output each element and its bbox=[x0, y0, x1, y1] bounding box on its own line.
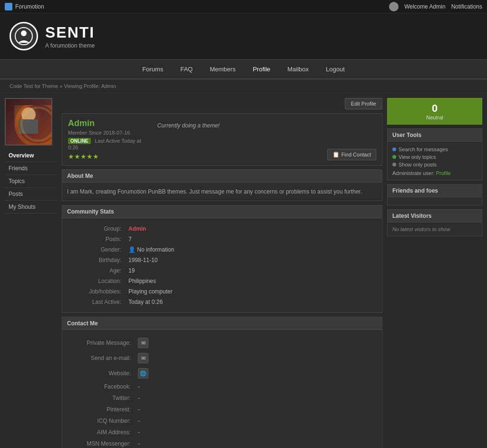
contact-label: Twitter: bbox=[68, 393, 135, 403]
tool-show-posts[interactable]: Show only posts bbox=[392, 161, 477, 168]
breadcrumb-root[interactable]: Code Test for Theme bbox=[10, 83, 58, 89]
community-stats-panel: Community Stats Group: Admin Posts: 7 Ge… bbox=[62, 205, 382, 313]
about-me-header: About Me bbox=[62, 170, 382, 183]
friends-foes-header: Friends and foes bbox=[388, 185, 482, 197]
welcome-text[interactable]: Welcome Admin bbox=[404, 3, 445, 10]
contact-table: Private Message: ✉ Send an e-mail: ✉ Web… bbox=[67, 335, 377, 448]
sidebar-item-myshouts[interactable]: My Shouts bbox=[5, 201, 57, 214]
status-text: Currently doing a theme! bbox=[154, 118, 322, 160]
latest-visitors-header: Latest Visitors bbox=[388, 210, 482, 223]
stat-value: 19 bbox=[126, 266, 376, 275]
logo-icon bbox=[10, 22, 38, 50]
right-sidebar: 0 Neutral User Tools Search for messages… bbox=[387, 98, 482, 448]
nav-members[interactable]: Members bbox=[201, 60, 244, 78]
profile-avatar bbox=[5, 98, 52, 146]
contact-label: Facebook: bbox=[68, 381, 135, 392]
user-area: Welcome Admin Notifications bbox=[389, 2, 482, 11]
edit-profile-button[interactable]: Edit Profile bbox=[345, 98, 382, 109]
logo-text: SENTI A forumotion theme bbox=[45, 24, 95, 49]
brand-area: Forumotion bbox=[5, 3, 44, 10]
contact-label: AIM Address: bbox=[68, 427, 135, 438]
website-icon[interactable]: 🌐 bbox=[138, 368, 148, 379]
stat-value: 1998-11-10 bbox=[126, 255, 376, 265]
member-since: Member Since 2018-07-16 bbox=[68, 130, 149, 136]
contact-value: - bbox=[136, 393, 376, 403]
admin-link-row: Administrate user: Profile bbox=[392, 170, 477, 176]
about-me-panel: About Me I am Mark, creating Forumotion … bbox=[62, 169, 382, 201]
stat-label: Job/hobbies: bbox=[68, 287, 125, 296]
friends-foes-panel: Friends and foes bbox=[387, 184, 482, 205]
star-rating: ★★★★★ bbox=[68, 153, 149, 160]
logo-area: SENTI A forumotion theme bbox=[0, 13, 487, 60]
find-contact-icon: 📋 bbox=[332, 151, 340, 158]
nav-forums[interactable]: Forums bbox=[134, 60, 172, 78]
about-me-body: I am Mark, creating Forumotion PunBB the… bbox=[62, 183, 382, 201]
svg-point-1 bbox=[21, 30, 27, 36]
gender-icon: 👤 bbox=[128, 246, 137, 253]
nav-faq[interactable]: FAQ bbox=[172, 60, 201, 78]
nav-mailbox[interactable]: Mailbox bbox=[279, 60, 317, 78]
contact-label: Send an e-mail: bbox=[68, 351, 135, 365]
notifications-link[interactable]: Notifications bbox=[451, 3, 482, 10]
table-row: Last Active: Today at 0:26 bbox=[68, 297, 376, 307]
dot-blue-icon bbox=[392, 147, 396, 151]
latest-visitors-panel: Latest Visitors No latest visitors to sh… bbox=[387, 209, 482, 236]
sidebar-item-posts[interactable]: Posts bbox=[5, 188, 57, 201]
contact-label: ICQ Number: bbox=[68, 416, 135, 426]
tool-view-topics[interactable]: View only topics bbox=[392, 153, 477, 161]
email-icon[interactable]: ✉ bbox=[138, 353, 148, 363]
breadcrumb: Code Test for Theme » Viewing Profile: A… bbox=[0, 79, 487, 93]
admin-profile-link[interactable]: Profile bbox=[436, 170, 451, 176]
admin-avatar bbox=[389, 2, 399, 11]
sidebar-item-friends[interactable]: Friends bbox=[5, 162, 57, 175]
contact-label: Private Message: bbox=[68, 336, 135, 350]
tool-label: Search for messages bbox=[399, 146, 448, 152]
profile-info: Admin Member Since 2018-07-16 ONLINE Las… bbox=[68, 118, 149, 160]
stat-value: 7 bbox=[126, 234, 376, 244]
table-row: Facebook: - bbox=[68, 381, 376, 392]
find-contact-button[interactable]: 📋 Find Contact bbox=[327, 149, 376, 160]
friends-foes-body bbox=[388, 197, 482, 205]
rep-label: Neutral bbox=[391, 115, 478, 120]
contact-label: Pinterest: bbox=[68, 404, 135, 415]
edit-profile-row: Edit Profile bbox=[62, 98, 382, 113]
about-me-text: I am Mark, creating Forumotion PunBB the… bbox=[67, 187, 377, 196]
table-row: Send an e-mail: ✉ bbox=[68, 351, 376, 365]
table-row: MSN Messenger: - bbox=[68, 438, 376, 448]
contact-label: MSN Messenger: bbox=[68, 438, 135, 448]
tool-search-messages[interactable]: Search for messages bbox=[392, 146, 477, 153]
contact-value: - bbox=[136, 404, 376, 415]
profile-header: Admin Member Since 2018-07-16 ONLINE Las… bbox=[62, 113, 382, 166]
sidebar-item-overview[interactable]: Overview bbox=[5, 149, 57, 162]
contact-value: - bbox=[136, 381, 376, 392]
community-stats-header: Community Stats bbox=[62, 205, 382, 218]
stats-table: Group: Admin Posts: 7 Gender: 👤 No infor… bbox=[67, 223, 377, 308]
stat-value: Today at 0:26 bbox=[126, 297, 376, 307]
dot-green-icon bbox=[392, 155, 396, 159]
stat-label: Last Active: bbox=[68, 297, 125, 307]
online-badge: ONLINE bbox=[68, 138, 91, 144]
system-bar: Forumotion Welcome Admin Notifications bbox=[0, 0, 487, 13]
table-row: Age: 19 bbox=[68, 266, 376, 275]
stat-label: Birthday: bbox=[68, 255, 125, 265]
contact-label: Website: bbox=[68, 366, 135, 380]
contact-value: - bbox=[136, 427, 376, 438]
stat-value: Philippines bbox=[126, 276, 376, 286]
nav-logout[interactable]: Logout bbox=[317, 60, 353, 78]
stat-label: Gender: bbox=[68, 245, 125, 254]
breadcrumb-current: Viewing Profile: Admin bbox=[64, 83, 116, 89]
pm-icon[interactable]: ✉ bbox=[138, 338, 148, 348]
sidebar-item-topics[interactable]: Topics bbox=[5, 175, 57, 188]
dot-grey-icon bbox=[392, 163, 396, 166]
table-row: AIM Address: - bbox=[68, 427, 376, 438]
contact-value: - bbox=[136, 416, 376, 426]
table-row: Location: Philippines bbox=[68, 276, 376, 286]
brand-name: Forumotion bbox=[15, 3, 44, 10]
nav-profile[interactable]: Profile bbox=[244, 60, 279, 78]
nav-bar: Forums FAQ Members Profile Mailbox Logou… bbox=[0, 60, 487, 79]
site-title: SENTI bbox=[45, 24, 95, 41]
table-row: Birthday: 1998-11-10 bbox=[68, 255, 376, 265]
user-tools-header: User Tools bbox=[388, 129, 482, 142]
aura-svg bbox=[14, 105, 52, 146]
online-status-row: ONLINE Last Active Today at 0:26 bbox=[68, 137, 149, 151]
